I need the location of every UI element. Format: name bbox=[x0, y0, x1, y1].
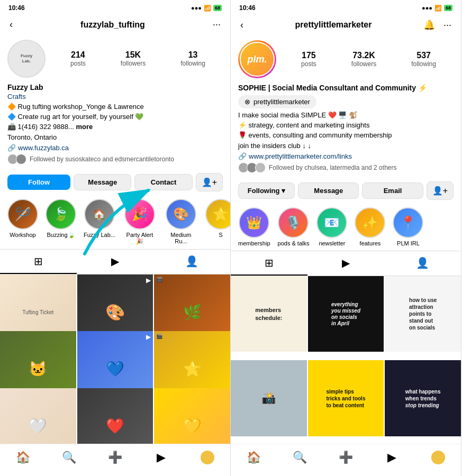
avatar-right: plm. bbox=[238, 40, 276, 78]
username-left: fuzzylab_tufting bbox=[15, 20, 211, 30]
avatar-plm-inner: plm. bbox=[240, 42, 275, 77]
reel-badge-3: 🎬 bbox=[156, 277, 162, 282]
highlight-pods[interactable]: 🎙️ pods & talks bbox=[278, 207, 310, 246]
stat-following-right[interactable]: 537 following bbox=[411, 51, 436, 68]
highlight-workshop[interactable]: 🪡 Workshop bbox=[7, 199, 38, 245]
grid-cell-9-left[interactable]: 💛 bbox=[154, 388, 230, 444]
display-name-right: SOPHIE | Social Media Consultant and Com… bbox=[238, 84, 454, 92]
highlight-circle-workshop: 🪡 bbox=[7, 199, 38, 230]
threads-handle[interactable]: ⊗ prettylittlemarketer bbox=[238, 95, 316, 108]
tab-video-left[interactable]: ▶ bbox=[77, 250, 153, 274]
highlight-label-extra: S bbox=[219, 232, 222, 238]
chevron-down-icon: ▾ bbox=[282, 187, 285, 195]
search-icon-left: 🔍 bbox=[62, 451, 76, 464]
bio-line-3-left: 📠 1(416) 322 9888... more bbox=[7, 122, 223, 132]
follow-button-left[interactable]: Follow bbox=[7, 175, 70, 190]
tab-profile-right[interactable]: 👤 bbox=[384, 251, 461, 276]
stat-following-left[interactable]: 13 following bbox=[180, 50, 205, 67]
tab-grid-left[interactable]: ⊞ bbox=[0, 250, 77, 274]
bottom-reels-right[interactable]: ▶ bbox=[381, 450, 404, 465]
profile-avatar-left bbox=[201, 451, 214, 464]
bottom-search-right[interactable]: 🔍 bbox=[288, 450, 312, 465]
category-left: Crafts bbox=[7, 93, 223, 100]
add-friend-button-left[interactable]: 👤+ bbox=[196, 173, 223, 191]
highlight-circle-plmirl: 📍 bbox=[393, 207, 423, 238]
message-button-right[interactable]: Message bbox=[298, 182, 359, 199]
highlight-circle-newsletter: 📧 bbox=[316, 207, 347, 238]
highlight-circle-medium: 🎨 bbox=[166, 199, 196, 230]
add-friend-button-right[interactable]: 👤+ bbox=[427, 181, 454, 200]
bottom-home-right[interactable]: 🏠 bbox=[242, 450, 266, 465]
action-buttons-right: Following ▾ Message Email 👤+ bbox=[231, 178, 461, 203]
highlight-fuzzylab[interactable]: 🏠 Fuzzy Lab... bbox=[84, 199, 115, 245]
stat-posts-left[interactable]: 214 posts bbox=[70, 50, 86, 67]
highlight-extra[interactable]: ⭐ S bbox=[205, 199, 230, 245]
highlights-left: 🪡 Workshop 🍃 Buzzing🍃 🏠 Fuzzy Lab... 🎉 P… bbox=[0, 195, 230, 249]
tab-grid-right[interactable]: ⊞ bbox=[231, 251, 307, 276]
grid-cell-4-right[interactable]: 📸 bbox=[231, 360, 307, 436]
grid-text-5: simple tipstricks and toolsto beat conte… bbox=[324, 386, 368, 411]
highlight-circle-extra: ⭐ bbox=[205, 199, 230, 230]
bell-button-right[interactable]: 🔔 bbox=[421, 17, 437, 33]
battery-right: 68 bbox=[444, 5, 452, 11]
photo-grid-left: Tufting Ticket 🎨 ▶ 🌿 🎬 🐱 💙 ▶ bbox=[0, 274, 230, 444]
stat-followers-right[interactable]: 73.2K followers bbox=[351, 51, 376, 68]
avatar-left: Fuzzy Lab. bbox=[7, 40, 46, 78]
highlight-party[interactable]: 🎉 Party Alert🎉 bbox=[123, 199, 157, 245]
bottom-add-right[interactable]: ➕ bbox=[334, 450, 358, 465]
followers-label-left: followers bbox=[121, 60, 146, 67]
grid-cell-7-left[interactable]: 🤍 bbox=[0, 388, 76, 444]
grid-icon-left: ⊞ bbox=[34, 255, 43, 268]
website-left[interactable]: 🔗 www.fuzzylab.ca bbox=[7, 144, 223, 152]
stat-posts-right[interactable]: 175 posts bbox=[301, 51, 316, 68]
stat-followers-left[interactable]: 15K followers bbox=[121, 50, 146, 67]
bottom-profile-left[interactable] bbox=[196, 450, 219, 465]
profile-icon-right: 👤 bbox=[416, 257, 429, 269]
link-icon-right: 🔗 bbox=[238, 152, 247, 160]
grid-cell-3-right[interactable]: how to useattractionpoints tostand outon… bbox=[385, 276, 461, 352]
highlight-features[interactable]: ✨ features bbox=[355, 207, 385, 246]
email-button-right[interactable]: Email bbox=[362, 182, 423, 199]
tab-profile-left[interactable]: 👤 bbox=[153, 250, 230, 274]
followed-by-text-right: Followed by chulsea, latermedia and 2 ot… bbox=[269, 164, 396, 171]
posts-label-left: posts bbox=[70, 60, 86, 67]
more-button-left[interactable]: ··· bbox=[211, 17, 223, 32]
bottom-reels-left[interactable]: ▶ bbox=[150, 450, 173, 465]
following-button-right[interactable]: Following ▾ bbox=[238, 182, 295, 199]
grid-cell-8-left[interactable]: ❤️ bbox=[77, 388, 153, 444]
back-button-left[interactable]: ‹ bbox=[7, 17, 15, 32]
home-icon-right: 🏠 bbox=[247, 451, 261, 464]
reels-icon-left: ▶ bbox=[157, 451, 166, 464]
highlight-circle-buzzing: 🍃 bbox=[46, 199, 76, 230]
highlight-label-plmirl: PLM IRL bbox=[397, 240, 420, 246]
bottom-add-left[interactable]: ➕ bbox=[104, 450, 127, 465]
highlight-circle-party: 🎉 bbox=[124, 199, 155, 230]
grid-cell-2-right[interactable]: everythingyou missedon socialsin April bbox=[308, 276, 384, 352]
bottom-nav-right: 🏠 🔍 ➕ ▶ bbox=[231, 444, 461, 476]
bottom-home-left[interactable]: 🏠 bbox=[12, 450, 35, 465]
highlight-membership[interactable]: 👑 membership bbox=[238, 207, 270, 246]
highlight-plmirl[interactable]: 📍 PLM IRL bbox=[393, 207, 423, 246]
profile-avatar-right bbox=[431, 451, 445, 464]
bio-line-1-right: I make social media SIMPLE ❤️ 🖥️ 🐒 bbox=[238, 111, 454, 120]
add-icon-right: ➕ bbox=[339, 451, 353, 464]
website-right[interactable]: 🔗 www.prettylittlemarketer.com/links bbox=[238, 152, 454, 160]
highlight-medium[interactable]: 🎨 Medium Ru... bbox=[164, 199, 198, 245]
add-icon-left: ➕ bbox=[108, 451, 122, 464]
bottom-search-left[interactable]: 🔍 bbox=[58, 450, 81, 465]
contact-button-left[interactable]: Contact bbox=[134, 174, 192, 190]
highlight-buzzing[interactable]: 🍃 Buzzing🍃 bbox=[46, 199, 76, 245]
username-right: prettylittlemarketer bbox=[246, 20, 421, 30]
bottom-profile-right[interactable] bbox=[427, 450, 450, 465]
followers-label-right: followers bbox=[351, 60, 376, 68]
grid-cell-6-right[interactable]: what happenswhen trendsstop trending bbox=[385, 360, 461, 436]
highlight-newsletter[interactable]: 📧 newsletter bbox=[316, 207, 347, 246]
message-button-left[interactable]: Message bbox=[74, 174, 131, 190]
grid-cell-5-right[interactable]: simple tipstricks and toolsto beat conte… bbox=[308, 360, 384, 436]
highlight-circle-membership: 👑 bbox=[239, 207, 269, 238]
back-button-right[interactable]: ‹ bbox=[238, 17, 246, 33]
following-num-left: 13 bbox=[188, 50, 198, 60]
tab-video-right[interactable]: ▶ bbox=[307, 251, 384, 276]
grid-cell-1-right[interactable]: membersschedule: bbox=[231, 276, 307, 352]
more-button-right[interactable]: ··· bbox=[441, 17, 454, 33]
